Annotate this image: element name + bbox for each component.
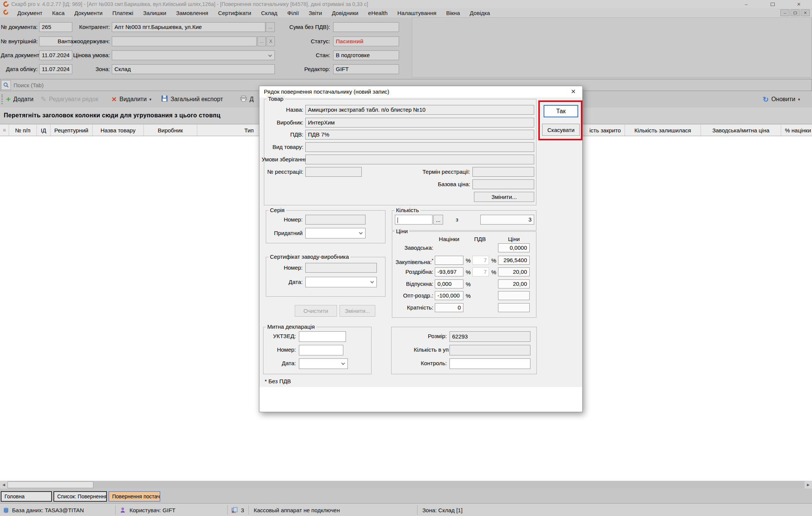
application-window: Скарб pro v. 4.0.2.77 [ІД: 969] - [Апт №… (0, 0, 812, 516)
vat-field[interactable]: ПДВ 7% (305, 130, 534, 140)
sum-without-vat-field[interactable] (333, 22, 399, 32)
scroll-right-button[interactable]: ▶ (804, 481, 812, 489)
multiplicity-field[interactable]: 0 (435, 303, 463, 312)
scroll-left-button[interactable]: ◀ (0, 481, 8, 489)
percent-sign: % (466, 256, 471, 265)
reg-term-field[interactable] (472, 167, 534, 177)
multiplicity-price-field[interactable] (498, 303, 530, 312)
menu-item-directories[interactable]: Довідники (327, 10, 363, 16)
wholesale-markup-field[interactable]: -100,000 (435, 291, 463, 300)
tab-home[interactable]: Головна (1, 491, 52, 502)
column-header-markup-pct[interactable]: % націнки за (781, 124, 812, 136)
toolbar-grip-handle[interactable] (2, 94, 3, 104)
scrollbar-thumb[interactable] (8, 481, 93, 488)
edit-row-button[interactable]: ✎ Редагувати рядок (41, 92, 98, 107)
customs-number-field[interactable] (299, 345, 343, 355)
retail-vat-field[interactable]: 7 (472, 267, 489, 276)
product-kind-field[interactable] (305, 142, 534, 152)
delete-button[interactable]: ✕ Видалити ▾ (111, 92, 151, 107)
restore-icon (771, 3, 775, 6)
restore-button[interactable] (759, 0, 786, 8)
column-header-product-name[interactable]: Назва товару (93, 124, 144, 136)
menu-item-kasa[interactable]: Каса (47, 10, 70, 16)
mdi-window-controls: – ✕ (780, 9, 810, 16)
purchase-vat-field[interactable]: 7 (472, 256, 489, 265)
menu-item-windows[interactable]: Вікна (441, 10, 465, 16)
menu-item-warehouse[interactable]: Склад (256, 10, 282, 16)
wholesale-price-field[interactable] (498, 291, 530, 300)
retail-markup-field[interactable]: -93,697 (435, 267, 463, 276)
consignee-field[interactable] (112, 36, 257, 46)
menu-item-document[interactable]: Документ (12, 10, 47, 16)
tab-supplier-return[interactable]: Повернення постачал .. (108, 491, 160, 502)
chevron-down-icon[interactable] (370, 280, 374, 284)
purchase-price-field[interactable]: 296,5400 (498, 256, 530, 265)
contractor-field[interactable]: Апт №003 пгт.Барышевка, ул.Кие (112, 22, 265, 32)
manufacturer-field[interactable]: ИнтерХим (305, 118, 534, 127)
column-header-npp[interactable]: № п/п (9, 124, 37, 136)
customs-date-select[interactable] (299, 358, 348, 369)
dialog-close-button[interactable]: ✕ (566, 86, 581, 97)
price-condition-select[interactable] (112, 50, 275, 60)
minimize-button[interactable]: – (733, 0, 759, 8)
chevron-down-icon[interactable] (359, 231, 363, 235)
certificate-date-select[interactable] (305, 277, 377, 287)
state-label: Стан: (264, 50, 330, 60)
search-input[interactable]: Поиск (Tab) (14, 82, 44, 88)
column-header-factory-price[interactable]: Заводська/митна ціна (701, 124, 781, 136)
series-number-field[interactable] (305, 215, 366, 225)
zone-field[interactable]: Склад (112, 64, 275, 74)
uktzed-field[interactable] (299, 331, 346, 342)
refresh-button[interactable]: ↻ Оновити ▾ (763, 92, 800, 107)
purchase-markup-field[interactable] (435, 256, 463, 265)
menu-item-reports[interactable]: Звіти (304, 10, 327, 16)
certificate-group-title: Сертифікат заводу-виробника (268, 253, 350, 260)
base-price-label: Базова ціна: (395, 179, 470, 189)
menu-item-orders[interactable]: Замовлення (171, 10, 213, 16)
series-valid-select[interactable] (305, 228, 366, 238)
menu-item-documents[interactable]: Документи (69, 10, 107, 16)
menu-item-stocks[interactable]: Залишки (138, 10, 171, 16)
product-change-button[interactable]: Змінити... (474, 192, 534, 202)
consignee-label: Вантажоодержувач: (38, 36, 110, 46)
print-button[interactable]: Д (240, 92, 254, 107)
base-price-field[interactable] (472, 179, 534, 189)
mdi-close-button[interactable]: ✕ (801, 9, 810, 16)
storage-conditions-field[interactable] (305, 155, 534, 164)
selling-price-field[interactable]: 20,00 (498, 279, 530, 288)
chevron-down-icon[interactable] (341, 361, 345, 365)
column-header-manufacturer[interactable]: Виробник (144, 124, 197, 136)
clear-button[interactable]: Очистити (295, 305, 337, 317)
reg-number-field[interactable] (305, 167, 362, 177)
close-button[interactable]: ✕ (786, 0, 812, 8)
certificate-number-field[interactable] (305, 263, 377, 273)
tab-returns-list[interactable]: Список: Повернення ... (53, 491, 107, 502)
menu-item-payments[interactable]: Платежі (107, 10, 138, 16)
percent-sign: % (491, 267, 496, 276)
change-button[interactable]: Змінити... (340, 305, 375, 317)
quantity-browse-button[interactable]: ... (433, 215, 443, 225)
editor-label: Редактор: (264, 64, 330, 74)
row-handle-header[interactable]: ≡ (0, 124, 9, 136)
add-button[interactable]: + Додати (6, 92, 34, 107)
retail-price-field[interactable]: 20,00 (498, 267, 530, 276)
product-name-field[interactable]: Амицитрон экстратаб табл. п/о блистер №1… (305, 105, 534, 115)
menu-item-certificates[interactable]: Сертифікати (213, 10, 256, 16)
horizontal-scrollbar[interactable]: ◀ ▶ (0, 481, 812, 488)
menu-item-settings[interactable]: Налаштування (393, 10, 442, 16)
control-field[interactable] (449, 358, 530, 369)
column-header-recipe[interactable]: Рецептурний (50, 124, 93, 136)
export-button[interactable]: Загальний експорт (161, 92, 223, 107)
reg-term-label: Термін реєстрації: (395, 167, 470, 177)
quantity-input[interactable] (395, 215, 433, 225)
selling-markup-field[interactable]: 0,000 (435, 279, 463, 288)
menu-item-help[interactable]: Довідка (465, 10, 495, 16)
column-header-qty-remaining[interactable]: Кількість залишилася (625, 124, 701, 136)
menu-item-branches[interactable]: Філії (282, 10, 304, 16)
mdi-minimize-button[interactable]: – (780, 9, 789, 16)
mdi-restore-button[interactable] (791, 9, 800, 16)
factory-price-field[interactable]: 0,0000 (498, 243, 530, 252)
menu-item-ehealth[interactable]: eHealth (363, 10, 393, 16)
column-header-id[interactable]: ІД (37, 124, 50, 136)
search-icon[interactable] (1, 80, 11, 90)
